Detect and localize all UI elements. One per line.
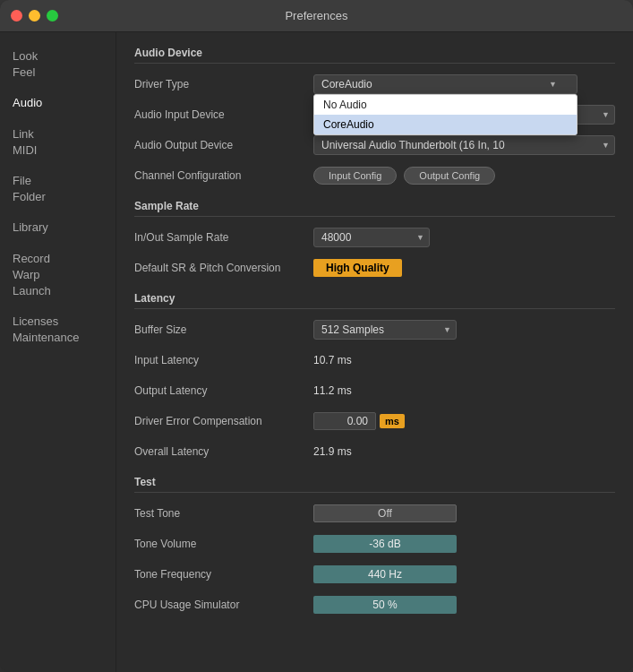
sidebar-item-record-warp-launch[interactable]: RecordWarpLaunch	[0, 244, 115, 307]
sidebar: LookFeel Audio LinkMIDI FileFolder Libra…	[0, 32, 116, 672]
row-test-tone: Test Tone Off	[134, 502, 615, 525]
section-latency: Latency	[134, 292, 615, 309]
row-tone-volume: Tone Volume -36 dB	[134, 532, 615, 556]
overall-latency-value: 21.9 ms	[313, 445, 352, 458]
buffer-size-dropdown-wrapper[interactable]: 64 Samples 128 Samples 256 Samples 512 S…	[313, 320, 457, 340]
row-cpu-sim: CPU Usage Simulator 50 %	[134, 593, 615, 616]
overall-latency-label: Overall Latency	[134, 445, 313, 458]
channel-config-control: Input Config Output Config	[313, 167, 615, 185]
tone-freq-slider[interactable]: 440 Hz	[313, 565, 457, 583]
row-tone-freq: Tone Frequency 440 Hz	[134, 563, 615, 586]
driver-menu-item-no-audio[interactable]: No Audio	[314, 95, 577, 115]
cpu-sim-slider[interactable]: 50 %	[313, 596, 457, 614]
row-buffer-size: Buffer Size 64 Samples 128 Samples 256 S…	[134, 318, 615, 341]
test-tone-control: Off	[313, 504, 615, 522]
main-layout: LookFeel Audio LinkMIDI FileFolder Libra…	[0, 32, 633, 672]
output-config-button[interactable]: Output Config	[404, 167, 495, 185]
row-driver-type: Driver Type CoreAudio No Audio CoreAudio	[134, 73, 615, 96]
preferences-window: Preferences LookFeel Audio LinkMIDI File…	[0, 0, 633, 672]
row-default-sr: Default SR & Pitch Conversion High Quali…	[134, 256, 615, 280]
driver-error-label: Driver Error Compensation	[134, 415, 313, 427]
tone-freq-label: Tone Frequency	[134, 568, 313, 581]
minimize-button[interactable]	[29, 10, 40, 22]
sidebar-item-audio[interactable]: Audio	[0, 88, 115, 118]
cpu-sim-control: 50 %	[313, 596, 615, 614]
tone-volume-control: -36 dB	[313, 535, 615, 553]
output-latency-label: Output Latency	[134, 384, 313, 397]
content-area: Audio Device Driver Type CoreAudio No Au…	[116, 32, 633, 672]
window-title: Preferences	[285, 9, 347, 22]
titlebar: Preferences	[0, 0, 633, 32]
driver-error-input[interactable]	[313, 412, 376, 430]
buffer-size-control: 64 Samples 128 Samples 256 Samples 512 S…	[313, 320, 615, 340]
default-sr-control: High Quality	[313, 259, 615, 277]
high-quality-badge[interactable]: High Quality	[313, 259, 402, 277]
driver-type-label: Driver Type	[134, 78, 313, 90]
row-output-latency: Output Latency 11.2 ms	[134, 379, 615, 402]
driver-error-input-wrapper: ms	[313, 412, 405, 430]
traffic-lights	[11, 10, 58, 22]
sidebar-item-look-feel[interactable]: LookFeel	[0, 41, 115, 88]
audio-input-label: Audio Input Device	[134, 108, 313, 121]
row-audio-output: Audio Output Device Universal Audio Thun…	[134, 134, 615, 157]
buffer-size-select[interactable]: 64 Samples 128 Samples 256 Samples 512 S…	[313, 320, 457, 340]
driver-type-selected[interactable]: CoreAudio	[313, 74, 577, 94]
cpu-sim-label: CPU Usage Simulator	[134, 599, 313, 611]
tone-freq-control: 440 Hz	[313, 565, 615, 583]
test-tone-label: Test Tone	[134, 507, 313, 520]
driver-type-value: CoreAudio	[321, 78, 372, 90]
driver-type-control: CoreAudio No Audio CoreAudio	[313, 74, 615, 94]
tone-volume-label: Tone Volume	[134, 538, 313, 550]
row-driver-error: Driver Error Compensation ms	[134, 409, 615, 433]
output-latency-value: 11.2 ms	[313, 384, 352, 397]
sample-rate-control: 44100 48000 88200 96000	[313, 228, 615, 247]
default-sr-label: Default SR & Pitch Conversion	[134, 262, 313, 274]
tone-freq-value: 440 Hz	[368, 568, 402, 581]
channel-config-buttons: Input Config Output Config	[313, 167, 495, 185]
sample-rate-label: In/Out Sample Rate	[134, 231, 313, 244]
buffer-size-label: Buffer Size	[134, 323, 313, 336]
tone-volume-slider[interactable]: -36 dB	[313, 535, 457, 553]
driver-menu-item-coreaudio[interactable]: CoreAudio	[314, 115, 577, 134]
section-test: Test	[134, 476, 615, 493]
audio-output-dropdown-wrapper[interactable]: Universal Audio Thunderbolt (16 In, 10	[313, 135, 615, 155]
sample-rate-select[interactable]: 44100 48000 88200 96000	[313, 228, 430, 247]
input-latency-label: Input Latency	[134, 354, 313, 366]
sidebar-item-file-folder[interactable]: FileFolder	[0, 166, 115, 212]
driver-error-control: ms	[313, 412, 615, 430]
audio-output-label: Audio Output Device	[134, 139, 313, 151]
sidebar-item-library[interactable]: Library	[0, 212, 115, 243]
row-input-latency: Input Latency 10.7 ms	[134, 349, 615, 372]
test-tone-toggle[interactable]: Off	[313, 504, 457, 522]
audio-output-select[interactable]: Universal Audio Thunderbolt (16 In, 10	[313, 135, 615, 155]
sidebar-item-licenses-maintenance[interactable]: LicensesMaintenance	[0, 306, 115, 353]
section-audio-device: Audio Device	[134, 47, 615, 64]
section-sample-rate: Sample Rate	[134, 200, 615, 217]
audio-output-control: Universal Audio Thunderbolt (16 In, 10	[313, 135, 615, 155]
sidebar-item-link-midi[interactable]: LinkMIDI	[0, 119, 115, 166]
tone-volume-value: -36 dB	[369, 538, 400, 550]
channel-config-label: Channel Configuration	[134, 169, 313, 182]
driver-error-unit: ms	[380, 414, 405, 428]
input-latency-value: 10.7 ms	[313, 354, 352, 366]
row-overall-latency: Overall Latency 21.9 ms	[134, 440, 615, 463]
row-sample-rate: In/Out Sample Rate 44100 48000 88200 960…	[134, 226, 615, 249]
driver-type-dropdown-container[interactable]: CoreAudio No Audio CoreAudio	[313, 74, 577, 94]
sample-rate-dropdown-wrapper[interactable]: 44100 48000 88200 96000	[313, 228, 430, 247]
cpu-sim-value: 50 %	[372, 599, 397, 611]
driver-type-menu: No Audio CoreAudio	[313, 94, 577, 135]
maximize-button[interactable]	[47, 10, 58, 22]
input-config-button[interactable]: Input Config	[313, 167, 397, 185]
row-channel-config: Channel Configuration Input Config Outpu…	[134, 164, 615, 187]
output-latency-control: 11.2 ms	[313, 384, 615, 397]
overall-latency-control: 21.9 ms	[313, 445, 615, 458]
close-button[interactable]	[11, 10, 22, 22]
input-latency-control: 10.7 ms	[313, 354, 615, 366]
